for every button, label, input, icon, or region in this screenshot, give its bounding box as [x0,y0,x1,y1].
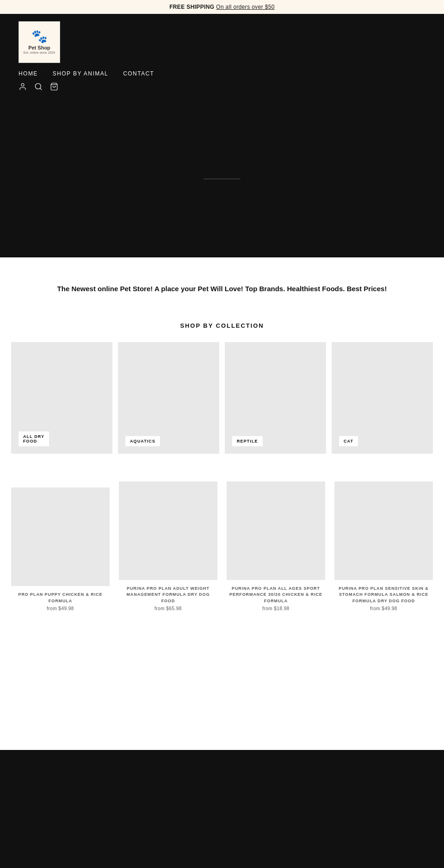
product-image-2 [119,481,217,580]
product-card-4[interactable]: PURINA PRO PLAN SENSITIVE SKIN & STOMACH… [334,481,433,612]
collection-grid: ALL DRYFOOD AQUATICS REPTILE CAT [11,342,433,454]
product-card-2[interactable]: PURINA PRO PLAN ADULT WEIGHT MANAGEMENT … [119,481,217,612]
product-image-1 [11,487,110,586]
nav-icons [18,82,426,100]
intro-section: The Newest online Pet Store! A place you… [0,257,444,313]
collection-label-all-dry-food: ALL DRYFOOD [18,431,49,446]
product-name-3: PURINA PRO PLAN ALL AGES SPORT PERFORMAN… [227,586,325,605]
nav-contact[interactable]: CONTACT [123,70,154,77]
collection-label-cat: CAT [339,436,358,446]
product-image-4 [334,481,433,580]
product-name-4: PURINA PRO PLAN SENSITIVE SKIN & STOMACH… [334,586,433,605]
nav-home[interactable]: HOME [18,70,38,77]
collection-label-reptile: REPTILE [232,436,263,446]
product-card-1[interactable]: PRO PLAN PUPPY CHICKEN & RICE FORMULA fr… [11,487,110,611]
product-price-3: from $18.98 [227,606,325,611]
product-image-3 [227,481,325,580]
collection-card-all-dry-food[interactable]: ALL DRYFOOD [11,342,112,454]
site-header: 🐾 Pet Shop Est. online since 2024 HOME S… [0,14,444,100]
product-card-3[interactable]: PURINA PRO PLAN ALL AGES SPORT PERFORMAN… [227,481,325,612]
nav-shop-by-animal[interactable]: SHOP BY ANIMAL [53,70,108,77]
account-icon[interactable] [18,82,27,93]
search-icon[interactable] [34,82,43,93]
logo[interactable]: 🐾 Pet Shop Est. online since 2024 [18,21,60,63]
intro-text: The Newest online Pet Store! A place you… [56,283,388,294]
hero-divider [204,179,240,179]
product-price-1: from $49.98 [11,606,110,611]
header-top: 🐾 Pet Shop Est. online since 2024 [18,14,426,67]
hero-section [0,100,444,257]
site-footer [0,750,444,868]
svg-line-2 [40,88,41,89]
svg-point-0 [21,83,24,86]
collection-card-aquatics[interactable]: AQUATICS [118,342,219,454]
logo-tagline: Est. online since 2024 [24,51,56,54]
collection-section: SHOP BY COLLECTION ALL DRYFOOD AQUATICS … [0,313,444,472]
collection-label-aquatics: AQUATICS [125,436,160,446]
logo-paws-icon: 🐾 [31,30,48,43]
product-price-2: from $65.98 [119,606,217,611]
products-grid: PRO PLAN PUPPY CHICKEN & RICE FORMULA fr… [11,481,433,612]
main-nav: HOME SHOP BY ANIMAL CONTACT [18,67,426,82]
products-section: PRO PLAN PUPPY CHICKEN & RICE FORMULA fr… [0,472,444,750]
logo-name: Pet Shop [28,45,50,51]
product-price-4: from $49.98 [334,606,433,611]
collection-title: SHOP BY COLLECTION [11,322,433,329]
cart-icon[interactable] [50,82,58,93]
announcement-link[interactable]: On all orders over $50 [216,4,275,10]
announcement-text: FREE SHIPPING [169,4,214,10]
collection-card-cat[interactable]: CAT [332,342,433,454]
product-name-2: PURINA PRO PLAN ADULT WEIGHT MANAGEMENT … [119,586,217,605]
collection-card-reptile[interactable]: REPTILE [225,342,326,454]
announcement-bar: FREE SHIPPING On all orders over $50 [0,0,444,14]
product-name-1: PRO PLAN PUPPY CHICKEN & RICE FORMULA [11,592,110,604]
